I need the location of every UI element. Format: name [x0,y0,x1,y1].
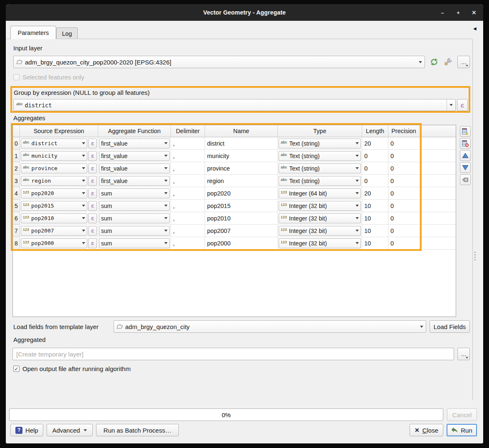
expression-builder-button[interactable]: ε [88,238,97,248]
cell-dropdown[interactable]: abcText (string) [279,176,361,186]
precision-cell[interactable]: 0 [388,225,420,237]
cell-dropdown[interactable]: first_value [99,176,170,186]
load-fields-button[interactable]: Load Fields [430,320,470,333]
length-cell[interactable]: 10 [362,237,388,250]
precision-cell[interactable]: 0 [388,237,420,250]
expression-builder-button[interactable]: ε [88,201,97,211]
delimiter-cell[interactable]: , [171,150,205,162]
tab-parameters[interactable]: Parameters [10,26,56,39]
cell-dropdown[interactable]: 123pop2015 [21,201,87,211]
tab-log[interactable]: Log [56,27,78,39]
cell-dropdown[interactable]: 123pop2000 [21,238,87,248]
precision-cell[interactable]: 0 [388,162,420,175]
precision-cell[interactable]: 0 [388,137,420,150]
expression-builder-button[interactable]: ε [88,139,97,149]
advanced-options-button[interactable] [443,57,453,67]
cell-dropdown[interactable]: 123Integer (64 bit) [279,188,361,198]
name-cell[interactable]: pop2000 [205,237,278,250]
input-layer-browse-button[interactable]: … [457,56,470,68]
delimiter-cell[interactable]: , [171,237,205,250]
run-as-batch-button[interactable]: Run as Batch Process… [96,424,179,436]
open-output-checkbox[interactable]: ✓ Open output file after running algorit… [13,365,131,372]
name-cell[interactable]: region [205,175,278,187]
cell-dropdown[interactable]: 123pop2007 [21,226,87,236]
template-layer-dropdown[interactable]: adm_brgy_quezon_city [114,320,426,333]
close-button[interactable]: ✕ Close [410,424,443,436]
maximize-button[interactable]: + [455,10,462,16]
cell-dropdown[interactable]: sum [99,226,170,236]
cell-dropdown[interactable]: 123pop2010 [21,213,87,223]
delimiter-cell[interactable]: , [171,187,205,200]
precision-cell[interactable]: 0 [388,187,420,200]
delimiter-cell[interactable]: , [171,212,205,225]
group-by-expression-dropdown[interactable]: abc district [13,99,456,111]
expression-builder-button[interactable]: ε [88,163,97,173]
group-by-expression-builder-button[interactable]: ε [457,99,468,111]
cell-dropdown[interactable]: 123Integer (32 bit) [279,213,361,223]
cell-dropdown[interactable]: first_value [99,163,170,173]
cell-dropdown[interactable]: sum [99,188,170,198]
output-field[interactable] [12,348,454,360]
help-button[interactable]: ? Help [10,424,43,436]
precision-cell[interactable]: 0 [388,175,420,187]
precision-cell[interactable]: 0 [388,212,420,225]
output-browse-button[interactable]: … [457,348,470,360]
cell-dropdown[interactable]: sum [99,238,170,248]
length-cell[interactable]: 20 [362,137,388,150]
cell-dropdown[interactable]: abcText (string) [279,151,361,161]
length-cell[interactable]: 0 [362,150,388,162]
delimiter-cell[interactable]: , [171,225,205,237]
cell-dropdown[interactable]: abcmunicity [21,151,87,161]
revert-button[interactable] [460,174,471,185]
cell-dropdown[interactable]: sum [99,213,170,223]
splitter-handle[interactable] [474,252,476,260]
add-aggregate-button[interactable]: ★ [460,126,471,137]
length-cell[interactable]: 10 [362,225,388,237]
expression-builder-button[interactable]: ε [88,226,97,236]
expression-builder-button[interactable]: ε [88,188,97,198]
title-bar[interactable]: Vector Geometry - Aggregate – + ✕ [6,4,483,21]
delimiter-cell[interactable]: , [171,175,205,187]
cell-dropdown[interactable]: abcprovince [21,163,87,173]
cell-dropdown[interactable]: 123pop2020 [21,188,87,198]
advanced-button[interactable]: Advanced [47,424,93,436]
name-cell[interactable]: pop2015 [205,200,278,212]
cell-dropdown[interactable]: sum [99,201,170,211]
precision-cell[interactable]: 0 [388,150,420,162]
input-layer-dropdown[interactable]: adm_brgy_quezon_city_pop2000-2020 [EPSG:… [13,56,425,68]
length-cell[interactable]: 10 [362,212,388,225]
name-cell[interactable]: district [205,137,278,150]
name-cell[interactable]: municity [205,150,278,162]
move-down-button[interactable] [460,162,471,173]
iterate-over-layer-button[interactable] [429,57,439,67]
delimiter-cell[interactable]: , [171,200,205,212]
cell-dropdown[interactable]: abcdistrict [21,139,87,149]
minimize-button[interactable]: – [439,10,446,16]
length-cell[interactable]: 10 [362,200,388,212]
delimiter-cell[interactable]: , [171,137,205,150]
cell-dropdown[interactable]: abcText (string) [279,163,361,173]
precision-cell[interactable]: 0 [388,200,420,212]
delimiter-cell[interactable]: , [171,162,205,175]
expression-builder-button[interactable]: ε [88,151,97,161]
length-cell[interactable]: 0 [362,162,388,175]
name-cell[interactable]: pop2007 [205,225,278,237]
cell-dropdown[interactable]: first_value [99,139,170,149]
close-window-button[interactable]: ✕ [471,10,477,16]
name-cell[interactable]: province [205,162,278,175]
name-cell[interactable]: pop2010 [205,212,278,225]
name-cell[interactable]: pop2020 [205,187,278,200]
expression-builder-button[interactable]: ε [88,213,97,223]
expression-builder-button[interactable]: ε [88,176,97,186]
move-up-button[interactable] [460,150,471,161]
cell-dropdown[interactable]: 123Integer (32 bit) [279,238,361,248]
remove-aggregate-button[interactable] [460,138,471,149]
length-cell[interactable]: 0 [362,175,388,187]
cell-dropdown[interactable]: abcText (string) [279,139,361,149]
cell-dropdown[interactable]: 123Integer (32 bit) [279,226,361,236]
cell-dropdown[interactable]: first_value [99,151,170,161]
length-cell[interactable]: 20 [362,187,388,200]
cell-dropdown[interactable]: 123Integer (32 bit) [279,201,361,211]
collapse-panel-arrow-icon[interactable]: ◀ [473,26,477,31]
run-button[interactable]: Run [447,424,477,436]
